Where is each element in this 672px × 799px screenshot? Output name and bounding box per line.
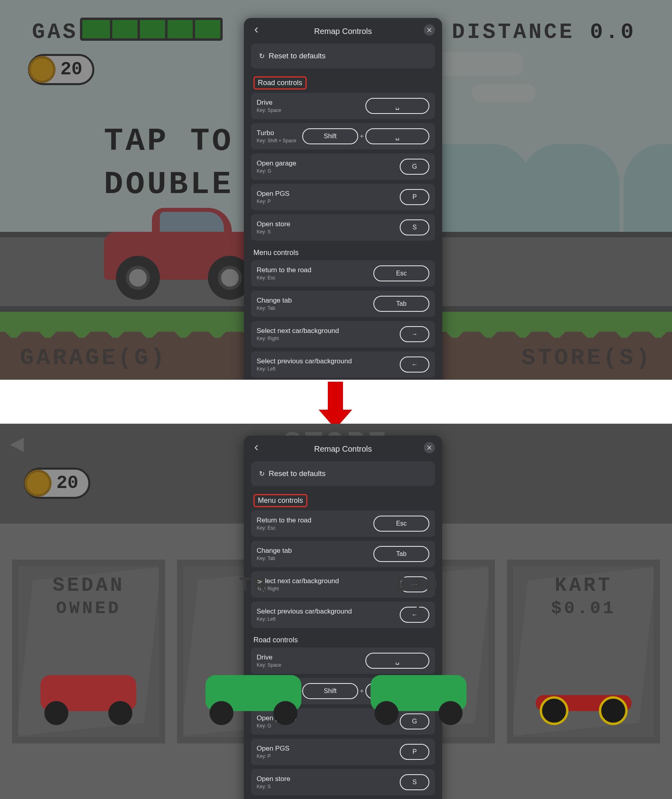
key-badge[interactable]: Esc: [373, 265, 429, 281]
control-row[interactable]: Return to the roadKey: EscEsc: [251, 510, 435, 537]
card-sub: $0.01: [551, 598, 616, 618]
control-row[interactable]: Change tabKey: TabTab: [251, 291, 435, 317]
control-label: Return to the road: [257, 266, 311, 274]
card-car: [36, 665, 140, 725]
section-road-controls: Road controls: [253, 76, 307, 90]
card-name: KART: [555, 574, 612, 597]
control-label: Open store: [257, 775, 290, 783]
arrow-down-icon: [328, 382, 352, 429]
key-badge[interactable]: S: [400, 774, 429, 790]
control-label: Change tab: [257, 297, 292, 305]
section-road-controls: Road controls: [253, 636, 435, 644]
control-row[interactable]: Open PGSKey: PP: [251, 739, 435, 765]
key-badge[interactable]: ␣: [365, 98, 429, 114]
card-name: SEDAN: [52, 574, 124, 597]
control-row[interactable]: Select next car/backgroundKey: Right→: [251, 321, 435, 347]
modal-close-button[interactable]: [424, 24, 435, 36]
card-sub: 1: [412, 598, 425, 618]
key-badge[interactable]: →: [400, 326, 429, 342]
control-sublabel: Key: Esc: [257, 275, 311, 281]
control-row[interactable]: Open garageKey: GG: [251, 153, 435, 180]
key-badge[interactable]: Shift: [302, 128, 358, 144]
control-sublabel: Key: G: [257, 168, 296, 174]
control-sublabel: Key: P: [257, 753, 289, 759]
control-label: Select next car/background: [257, 327, 339, 335]
road-controls-list: DriveKey: Space␣TurboKey: Shift + SpaceS…: [251, 93, 435, 241]
control-sublabel: Key: Space: [257, 108, 281, 113]
control-label: Turbo: [257, 129, 296, 137]
close-icon: [427, 27, 432, 33]
control-label: Change tab: [257, 547, 292, 555]
control-label: Select previous car/background: [257, 357, 352, 365]
key-badge[interactable]: P: [400, 744, 429, 760]
control-row[interactable]: Return to the roadKey: EscEsc: [251, 260, 435, 287]
section-menu-controls: Menu controls: [253, 494, 307, 507]
control-sublabel: Key: Tab: [257, 305, 292, 311]
modal-title: Remap Controls: [314, 27, 372, 36]
key-badge[interactable]: ␣: [365, 128, 429, 144]
card-sub: OWNED: [56, 598, 121, 618]
section-menu-controls: Menu controls: [253, 249, 435, 257]
control-row[interactable]: DriveKey: Space␣: [251, 93, 435, 119]
control-sublabel: Key: S: [257, 784, 290, 789]
control-row[interactable]: Open storeKey: SS: [251, 214, 435, 241]
reset-label: Reset to defaults: [269, 52, 326, 60]
control-row[interactable]: TurboKey: Shift + SpaceShift+␣: [251, 123, 435, 149]
control-sublabel: Key: Tab: [257, 556, 292, 561]
plus-icon: +: [358, 132, 365, 140]
control-sublabel: Key: Right: [257, 336, 339, 341]
control-sublabel: Key: Right: [257, 586, 339, 592]
control-sublabel: Key: Esc: [257, 525, 311, 531]
card-car: [367, 665, 471, 725]
control-row[interactable]: Select previous car/backgroundKey: Left←: [251, 351, 435, 378]
card-car: [201, 665, 305, 725]
card-name: OAD: [397, 574, 440, 597]
modal-back-button[interactable]: [251, 442, 262, 453]
key-badge[interactable]: Tab: [373, 546, 429, 562]
control-sublabel: Key: Left: [257, 366, 352, 372]
key-badge[interactable]: G: [400, 159, 429, 175]
control-label: Drive: [257, 99, 281, 107]
reset-label: Reset to defaults: [269, 469, 326, 478]
control-label: Open store: [257, 220, 290, 228]
menu-controls-list: Return to the roadKey: EscEscChange tabK…: [251, 260, 435, 378]
reset-icon: ↻: [259, 52, 265, 60]
control-row[interactable]: Open storeKey: SS: [251, 769, 435, 795]
control-label: Drive: [257, 654, 281, 662]
arrow-left-icon: [253, 444, 260, 451]
menu-controls-list: Return to the roadKey: EscEscChange tabK…: [251, 510, 435, 628]
plus-icon: +: [358, 687, 365, 695]
control-label: Open garage: [257, 159, 296, 167]
game-screen-road: GAS DISTANCE 0.0 20 TAP TO D DOUBLE TAP …: [0, 0, 672, 380]
key-badge[interactable]: Shift: [302, 683, 358, 699]
control-row[interactable]: Select previous car/backgroundKey: Left←: [251, 602, 435, 628]
reset-icon: ↻: [259, 470, 265, 478]
control-label: Select previous car/background: [257, 608, 352, 616]
game-screen-store: ◄ STORE 20 SEDANOWNEDTROAD1KART$0.01 Rem…: [0, 424, 672, 799]
close-icon: [427, 445, 432, 450]
control-label: Return to the road: [257, 516, 311, 524]
card-name: TR: [239, 574, 268, 597]
control-sublabel: Key: S: [257, 229, 290, 235]
modal-back-button[interactable]: [251, 24, 262, 36]
key-badge[interactable]: S: [400, 219, 429, 235]
control-sublabel: Key: P: [257, 199, 289, 204]
key-badge[interactable]: Esc: [373, 516, 429, 532]
arrow-left-icon: [253, 26, 260, 34]
modal-title: Remap Controls: [314, 444, 372, 454]
control-row[interactable]: Change tabKey: TabTab: [251, 541, 435, 567]
key-badge[interactable]: Tab: [373, 296, 429, 312]
control-sublabel: Key: Left: [257, 616, 352, 622]
reset-defaults-button[interactable]: ↻ Reset to defaults: [251, 44, 435, 68]
key-badge[interactable]: P: [400, 189, 429, 205]
remap-controls-modal: Remap Controls ↻ Reset to defaults Road …: [244, 18, 442, 391]
control-label: Open PGS: [257, 190, 289, 198]
control-label: Open PGS: [257, 745, 289, 753]
control-label: Select next car/background: [257, 577, 339, 585]
control-row[interactable]: Open PGSKey: PP: [251, 184, 435, 210]
reset-defaults-button[interactable]: ↻ Reset to defaults: [251, 461, 435, 486]
card-car: [532, 665, 636, 725]
modal-close-button[interactable]: [424, 442, 435, 453]
key-badge[interactable]: ←: [400, 357, 429, 373]
control-sublabel: Key: Shift + Space: [257, 138, 296, 143]
